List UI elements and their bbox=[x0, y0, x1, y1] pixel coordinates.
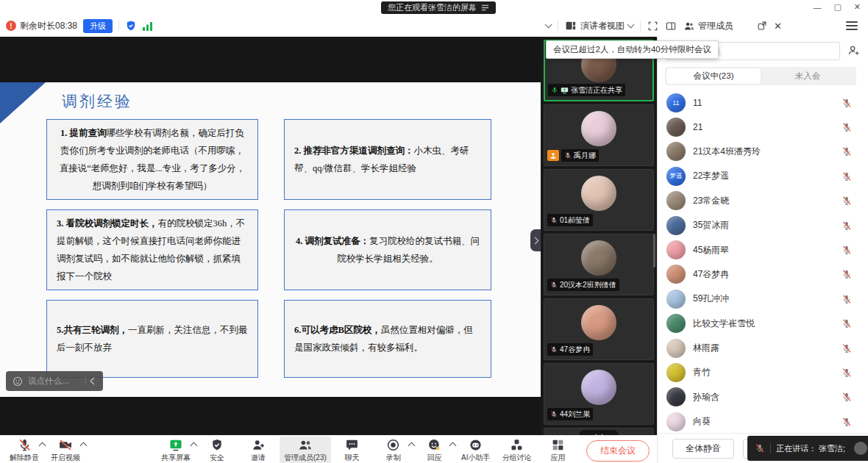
expand-panel-handle[interactable] bbox=[530, 229, 541, 251]
upgrade-button[interactable]: 升级 bbox=[83, 19, 113, 33]
mic-muted-icon[interactable] bbox=[842, 195, 852, 206]
slide-text-box: 1. 提前查询哪些学校有调剂名额，确定后打负责你们所考专业调剂的老师电话（不用啰… bbox=[46, 119, 258, 200]
security-shield-icon[interactable] bbox=[125, 20, 137, 32]
mic-muted-icon[interactable] bbox=[842, 343, 852, 353]
mic-muted-icon[interactable] bbox=[842, 122, 852, 132]
member-row[interactable]: 青竹 bbox=[658, 360, 868, 384]
mic-muted-icon[interactable] bbox=[842, 269, 852, 279]
fullscreen-icon[interactable] bbox=[647, 21, 658, 32]
mic-muted-icon[interactable] bbox=[842, 318, 852, 329]
toolbar-button[interactable]: 管理成员(23) bbox=[280, 437, 331, 463]
member-row[interactable]: 47谷梦冉 bbox=[658, 262, 868, 287]
mic-muted-icon[interactable] bbox=[842, 367, 852, 378]
avatar bbox=[666, 339, 686, 358]
add-member-icon[interactable] bbox=[847, 44, 860, 57]
avatar bbox=[666, 290, 686, 309]
mic-muted-icon[interactable] bbox=[842, 146, 852, 157]
avatar bbox=[581, 240, 616, 276]
side-by-side-layout-icon[interactable] bbox=[665, 21, 677, 32]
chevron-up-icon[interactable] bbox=[80, 442, 88, 450]
chevron-down-icon[interactable] bbox=[545, 21, 552, 29]
mic-muted-icon[interactable] bbox=[842, 294, 852, 304]
member-row[interactable]: 比较文学崔雪悦 bbox=[658, 312, 868, 336]
tab-not-joined[interactable]: 未入会 bbox=[761, 68, 855, 84]
close-panel-icon[interactable]: ✕ bbox=[774, 21, 782, 32]
mic-muted-icon bbox=[550, 410, 558, 418]
end-meeting-button[interactable]: 结束会议 bbox=[586, 440, 650, 462]
participant-name: 44刘兰果 bbox=[560, 409, 590, 420]
chevron-up-icon[interactable] bbox=[449, 442, 456, 450]
mic-muted-icon[interactable] bbox=[842, 98, 852, 108]
participant-name: 47谷梦冉 bbox=[560, 345, 590, 355]
collapse-videos-button[interactable] bbox=[579, 430, 619, 435]
slide-title: 调剂经验 bbox=[62, 91, 132, 112]
video-thumbnail[interactable]: 44刘兰果 bbox=[544, 363, 654, 425]
member-row[interactable]: 23常金晓 bbox=[658, 189, 868, 213]
network-signal-icon[interactable] bbox=[143, 21, 153, 31]
toolbar-button[interactable]: 聊天 bbox=[332, 437, 372, 463]
video-strip-scrollbar[interactable] bbox=[653, 234, 655, 268]
mute-all-button[interactable]: 全体静音 bbox=[672, 439, 734, 459]
list-icon[interactable] bbox=[481, 4, 489, 12]
toolbar-button[interactable]: 应用 bbox=[538, 437, 578, 463]
toolbar-button[interactable]: 共享屏幕 bbox=[156, 437, 196, 463]
video-thumbnail[interactable]: 20汉本2班荆倩倩 bbox=[544, 234, 654, 295]
mic-muted-icon[interactable] bbox=[842, 245, 852, 255]
manage-members-panel-tab[interactable]: 管理成员 bbox=[683, 20, 733, 32]
toolbar-button[interactable]: 开启视频 bbox=[46, 437, 85, 463]
toolbar-button[interactable]: 回应 bbox=[415, 437, 455, 463]
mic-muted-icon[interactable] bbox=[842, 220, 852, 231]
video-thumbnail[interactable]: 梦遥 bbox=[544, 428, 654, 435]
video-thumbnail[interactable]: 禹月娜 bbox=[544, 104, 654, 166]
slide-corner-decoration bbox=[0, 82, 46, 123]
member-row[interactable]: 21 bbox=[658, 115, 868, 139]
emoji-icon[interactable] bbox=[13, 376, 23, 387]
toolbar-button[interactable]: 解除静音 bbox=[4, 437, 44, 463]
member-row[interactable]: 向葵 bbox=[658, 409, 868, 434]
chevron-up-icon[interactable] bbox=[191, 442, 198, 450]
member-row[interactable]: 21汉本4班潘秀玲 bbox=[658, 140, 868, 164]
toolbar-button[interactable]: AI小助手 bbox=[456, 437, 496, 463]
mic-muted-icon[interactable] bbox=[842, 171, 852, 182]
avatar bbox=[666, 216, 686, 235]
toolbar-button[interactable]: 录制 bbox=[374, 437, 413, 463]
member-row[interactable]: 孙瑜含 bbox=[658, 385, 868, 409]
member-name: 45杨雨翠 bbox=[693, 244, 834, 256]
chevron-left-icon[interactable] bbox=[90, 378, 98, 385]
hamburger-menu-icon[interactable] bbox=[846, 19, 858, 32]
toolbar-button[interactable]: 分组讨论 bbox=[497, 437, 537, 463]
video-thumbnail[interactable]: 01郝莹倩 bbox=[544, 169, 654, 231]
minimize-button[interactable]: — bbox=[813, 3, 821, 12]
quick-chat-bar[interactable]: 说点什么... bbox=[6, 371, 103, 391]
chevron-up-icon[interactable] bbox=[408, 442, 415, 450]
chat-input-placeholder[interactable]: 说点什么... bbox=[28, 376, 80, 387]
toolbar-button[interactable]: 安全 bbox=[197, 437, 237, 463]
member-row[interactable]: 梦遥 22李梦遥 bbox=[658, 164, 868, 188]
video-thumbnail[interactable]: 47谷梦冉 bbox=[544, 298, 654, 360]
avatar: 梦遥 bbox=[666, 167, 686, 186]
tab-in-meeting[interactable]: 会议中(23) bbox=[666, 68, 761, 84]
mic-muted-icon[interactable] bbox=[842, 392, 852, 402]
member-row[interactable]: 35贺冰雨 bbox=[658, 213, 868, 237]
close-button[interactable]: ✕ bbox=[854, 2, 861, 12]
audio-knob-icon bbox=[854, 442, 867, 455]
slide-text-box: 6.可以考虑B区院校，虽然位置相对偏僻，但是国家政策倾斜，有较多福利。 bbox=[284, 300, 491, 378]
member-name: 21汉本4班潘秀玲 bbox=[693, 146, 834, 158]
member-row[interactable]: 45杨雨翠 bbox=[658, 237, 868, 262]
meeting-limit-tooltip: 会议已超过2人，自动转为40分钟限时会议 bbox=[546, 40, 719, 59]
participant-name-pill: 44刘兰果 bbox=[547, 408, 593, 420]
member-tabs: 会议中(23) 未入会 bbox=[665, 67, 856, 85]
titlebar: 您正在观看张雪洁的屏幕 — ▢ ✕ bbox=[0, 0, 868, 15]
toolbar-button[interactable]: 邀请 bbox=[238, 437, 278, 463]
mic-muted-icon bbox=[550, 216, 558, 224]
view-mode-selector[interactable]: 演讲者视图 bbox=[565, 20, 633, 32]
avatar bbox=[666, 142, 686, 161]
chevron-up-icon[interactable] bbox=[39, 442, 46, 450]
member-row[interactable]: 林雨露 bbox=[658, 336, 868, 360]
member-row[interactable]: 59孔冲冲 bbox=[658, 287, 868, 311]
popout-panel-icon[interactable] bbox=[757, 21, 767, 31]
member-name: 22李梦遥 bbox=[693, 170, 834, 182]
mic-muted-icon[interactable] bbox=[842, 417, 852, 427]
maximize-button[interactable]: ▢ bbox=[833, 2, 841, 12]
member-row[interactable]: 11 11 bbox=[658, 90, 868, 115]
